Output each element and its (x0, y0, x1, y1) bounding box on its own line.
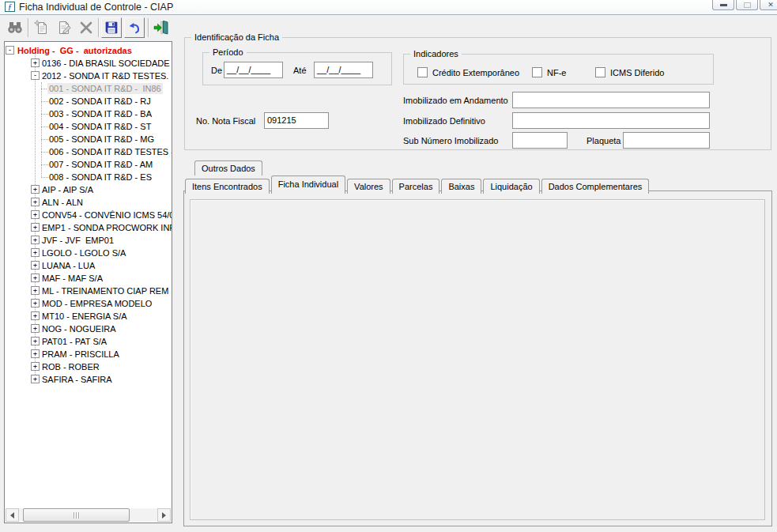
tree-item[interactable]: +PRAM - PRISCILLA (5, 348, 172, 360)
tree-item[interactable]: +LUANA - LUA (5, 259, 172, 272)
save-button[interactable] (101, 17, 122, 38)
tree-expand-icon[interactable]: + (31, 362, 40, 371)
tree-expand-icon[interactable]: + (31, 185, 40, 194)
nfe-checkbox[interactable] (532, 67, 542, 77)
tree-item[interactable]: +JVF - JVF EMP01 (5, 234, 172, 247)
periodo-de-field[interactable]: __/__/____ (224, 62, 283, 78)
tree-item[interactable]: 003 - SONDA IT R&D - BA (5, 108, 172, 120)
tab-outros-dados[interactable]: Outros Dados (194, 160, 262, 175)
tree-expand-icon[interactable]: + (31, 236, 40, 244)
tree-item[interactable]: 005 - SONDA IT R&D - MG (5, 133, 172, 145)
tree-item[interactable]: -2012 - SONDA IT R&D TESTES. (5, 70, 172, 82)
minimize-button[interactable] (712, 0, 734, 10)
tree-item[interactable]: +0136 - DIA BRASIL SOCIEDADE (5, 57, 172, 70)
scrollbar-thumb[interactable] (23, 508, 130, 522)
tree-item[interactable]: 001 - SONDA IT R&D - IN86 (5, 82, 172, 95)
no-nota-fiscal-field[interactable]: 091215 (264, 112, 329, 129)
exit-button[interactable] (151, 17, 172, 38)
close-button[interactable]: ✕ (760, 0, 777, 10)
tree-item[interactable]: +ROB - ROBER (5, 360, 172, 373)
credito-extemporaneo-checkbox[interactable] (417, 67, 428, 77)
sub-numero-top-field[interactable] (512, 132, 568, 149)
tree-item-label: JVF - JVF EMP01 (40, 235, 115, 246)
tab-row-1: Outros Dados (194, 160, 264, 175)
tree-expand-icon[interactable]: + (31, 223, 40, 232)
find-button[interactable] (5, 17, 25, 38)
thumb-grip (74, 512, 74, 519)
plaqueta-top-label: Plaqueta (587, 136, 620, 145)
tree-item[interactable]: +PAT01 - PAT S/A (5, 335, 172, 348)
tree-item[interactable]: +MAF - MAF S/A (5, 272, 172, 285)
tree-item[interactable]: +EMP1 - SONDA PROCWORK INFOR (5, 221, 172, 234)
tree-expand-icon[interactable]: + (31, 198, 40, 206)
tree-view[interactable]: -Holding - GG - autorizadas+0136 - DIA B… (4, 41, 172, 523)
tree-item[interactable]: -Holding - GG - autorizadas (5, 44, 172, 57)
tree-item[interactable]: +CONV54 - CONVÊNIO ICMS 54/05 (5, 209, 172, 221)
tree-expand-icon[interactable]: + (31, 274, 40, 282)
tree-item-label: 004 - SONDA IT R&D - ST (47, 121, 153, 132)
tree-item-label: 2012 - SONDA IT R&D TESTES. (40, 70, 170, 81)
tree-item-label: ALN - ALN (40, 197, 85, 208)
undo-button[interactable] (124, 17, 145, 38)
delete-button[interactable] (76, 17, 96, 38)
tree-item[interactable]: +SAFIRA - SAFIRA (5, 373, 172, 386)
tree-expand-icon[interactable]: + (31, 375, 40, 383)
tree-item[interactable]: +MOD - EMPRESA MODELO (5, 297, 172, 310)
tab-baixas[interactable]: Baixas (441, 179, 481, 194)
imob-andamento-top-field[interactable] (512, 92, 710, 108)
tree-item-label: PRAM - PRISCILLA (40, 349, 121, 360)
tree-item-label: 007 - SONDA IT R&D - AM (47, 159, 154, 170)
plaqueta-top-field[interactable] (623, 132, 710, 149)
tree-item-label: MOD - EMPRESA MODELO (40, 298, 153, 309)
tree-expand-icon[interactable]: + (31, 210, 40, 219)
tree-expand-icon[interactable]: + (31, 349, 40, 358)
tree-item[interactable]: +NOG - NOGUEIRA (5, 323, 172, 335)
tree-item[interactable]: +ALN - ALN (5, 196, 172, 209)
tree-item-label: LGOLO - LGOLO S/A (40, 247, 127, 258)
tab-ficha-individual[interactable]: Ficha Individual (271, 175, 345, 194)
scroll-left-button[interactable] (6, 508, 19, 522)
tab-dados-complementares[interactable]: Dados Complementares (541, 179, 650, 194)
icms-diferido-checkbox[interactable] (595, 67, 605, 77)
tab-itens-encontrados[interactable]: Itens Encontrados (185, 179, 270, 194)
edit-button[interactable] (54, 17, 74, 38)
tree-expand-icon[interactable]: + (31, 248, 40, 257)
identificacao-legend: Identificação da Ficha (191, 32, 282, 42)
tree-expand-icon[interactable]: + (31, 311, 40, 320)
imob-definitivo-top-field[interactable] (512, 112, 710, 129)
tree-expand-icon[interactable]: + (31, 286, 40, 295)
app-icon: ƒ (5, 2, 15, 12)
tree-collapse-icon[interactable]: - (31, 71, 40, 80)
tree-expand-icon[interactable]: + (31, 337, 40, 345)
tree-item[interactable]: 004 - SONDA IT R&D - ST (5, 120, 172, 133)
tree-expand-icon[interactable]: + (31, 58, 40, 67)
periodo-ate-field[interactable]: __/__/____ (314, 62, 373, 78)
scroll-right-button[interactable] (157, 508, 171, 522)
tree-expand-icon[interactable]: + (31, 299, 40, 308)
tree-item[interactable]: 002 - SONDA IT R&D - RJ (5, 95, 172, 108)
exit-door-icon (153, 19, 170, 36)
new-button[interactable] (32, 17, 52, 38)
tab-liquida-o[interactable]: Liquidação (483, 179, 539, 194)
tree-item[interactable]: 007 - SONDA IT R&D - AM (5, 158, 172, 171)
tree-item[interactable]: +LGOLO - LGOLO S/A (5, 247, 172, 259)
tree-expand-icon[interactable]: + (31, 261, 40, 270)
tree-item[interactable]: 006 - SONDA IT R&D TESTES - (5, 145, 172, 158)
tree-expand-icon[interactable]: + (31, 324, 40, 333)
tree-item[interactable]: +AIP - AIP S/A (5, 183, 172, 196)
tree-item[interactable]: +MT10 - ENERGIA S/A (5, 310, 172, 323)
tree-item-label: 001 - SONDA IT R&D - IN86 (47, 83, 163, 94)
toolbar-separator (28, 18, 28, 37)
periodo-ate-label: Até (293, 66, 307, 75)
tree-hscrollbar[interactable] (6, 508, 171, 522)
tab-parcelas[interactable]: Parcelas (392, 179, 440, 194)
toolbar-separator (98, 18, 99, 37)
tree-collapse-icon[interactable]: - (6, 46, 14, 55)
window-titlebar[interactable]: ƒ Ficha Individual de Controle - CIAP ✕ (0, 0, 777, 14)
tree-item[interactable]: +ML - TREINAMENTO CIAP REM (5, 285, 172, 297)
maximize-button[interactable] (736, 0, 758, 10)
maximize-icon (744, 2, 751, 8)
tree-item[interactable]: 008 - SONDA IT R&D - ES (5, 171, 172, 183)
application-window: ƒ Ficha Individual de Controle - CIAP ✕ (0, 0, 777, 532)
tab-valores[interactable]: Valores (347, 179, 390, 194)
